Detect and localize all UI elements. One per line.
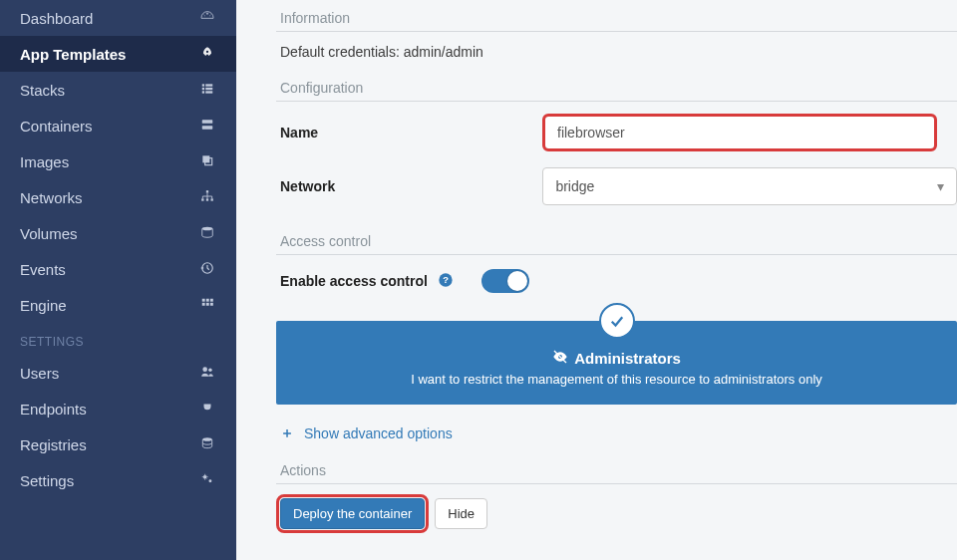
svg-point-23 — [202, 437, 211, 441]
svg-rect-0 — [202, 84, 204, 86]
svg-point-25 — [208, 479, 211, 482]
help-icon[interactable]: ? — [438, 272, 454, 291]
sidebar-item-label: App Templates — [20, 46, 126, 63]
sidebar-item-users[interactable]: Users — [0, 355, 236, 391]
sidebar-item-stacks[interactable]: Stacks — [0, 72, 236, 108]
sidebar-item-label: Stacks — [20, 82, 65, 99]
sidebar-item-settings[interactable]: Settings — [0, 462, 236, 498]
hide-button[interactable]: Hide — [435, 498, 487, 529]
clone-icon — [198, 153, 216, 170]
sidebar: Dashboard App Templates Stacks Container… — [0, 0, 236, 560]
sidebar-item-label: Users — [20, 365, 59, 382]
sitemap-icon — [198, 189, 216, 206]
advanced-options-label: Show advanced options — [304, 425, 453, 441]
svg-point-14 — [202, 226, 213, 230]
network-row: Network bridge ▾ — [276, 167, 957, 205]
sidebar-item-containers[interactable]: Containers — [0, 108, 236, 143]
grid-icon — [198, 297, 216, 314]
svg-rect-18 — [202, 302, 205, 305]
plug-icon — [198, 401, 216, 418]
svg-rect-8 — [202, 155, 209, 162]
section-access-control: Access control — [276, 223, 957, 255]
sidebar-item-images[interactable]: Images — [0, 143, 236, 179]
svg-text:?: ? — [443, 275, 449, 285]
enable-access-control-row: Enable access control ? — [276, 269, 957, 293]
cogs-icon — [198, 472, 216, 489]
section-information: Information — [276, 0, 957, 32]
show-advanced-options[interactable]: ＋ Show advanced options — [276, 424, 957, 442]
hdd-icon — [198, 225, 216, 242]
sidebar-item-label: Events — [20, 261, 66, 278]
sidebar-item-engine[interactable]: Engine — [0, 287, 236, 323]
svg-rect-16 — [206, 298, 209, 301]
sidebar-item-dashboard[interactable]: Dashboard — [0, 0, 236, 36]
default-credentials-text: Default credentials: admin/admin — [276, 44, 957, 60]
svg-rect-3 — [205, 84, 212, 86]
enable-access-control-label: Enable access control — [280, 273, 428, 289]
sidebar-item-endpoints[interactable]: Endpoints — [0, 391, 236, 426]
network-label: Network — [276, 178, 542, 194]
name-label: Name — [276, 125, 544, 140]
svg-rect-10 — [206, 190, 208, 192]
sidebar-item-label: Settings — [20, 472, 74, 489]
svg-rect-15 — [202, 298, 205, 301]
sidebar-item-label: Networks — [20, 189, 83, 206]
name-input[interactable] — [544, 116, 935, 149]
sidebar-item-registries[interactable]: Registries — [0, 426, 236, 462]
users-icon — [198, 365, 216, 382]
history-icon — [198, 261, 216, 278]
sidebar-item-label: Endpoints — [20, 401, 87, 418]
administrators-card[interactable]: Administrators I want to restrict the ma… — [276, 321, 957, 405]
main-content: Information Default credentials: admin/a… — [236, 0, 957, 560]
actions-row: Deploy the container Hide — [276, 498, 957, 529]
name-row: Name — [276, 116, 957, 149]
svg-rect-5 — [205, 91, 212, 93]
sidebar-item-label: Dashboard — [20, 10, 93, 27]
svg-rect-6 — [202, 120, 213, 124]
section-configuration: Configuration — [276, 70, 957, 102]
sidebar-item-label: Containers — [20, 118, 93, 135]
svg-point-21 — [202, 367, 207, 372]
administrators-title: Administrators — [574, 350, 681, 367]
database-icon — [198, 436, 216, 453]
deploy-button[interactable]: Deploy the container — [280, 498, 425, 529]
svg-rect-11 — [201, 198, 203, 200]
chevron-down-icon: ▾ — [937, 178, 944, 194]
eye-off-icon — [552, 349, 568, 368]
sidebar-item-label: Engine — [20, 297, 67, 314]
network-select-value: bridge — [555, 178, 594, 194]
svg-point-22 — [208, 368, 212, 372]
svg-rect-20 — [210, 302, 213, 305]
section-actions: Actions — [276, 452, 957, 484]
svg-rect-4 — [205, 87, 212, 89]
server-icon — [198, 118, 216, 135]
sidebar-item-app-templates[interactable]: App Templates — [0, 36, 236, 72]
svg-rect-2 — [202, 91, 204, 93]
svg-rect-17 — [210, 298, 213, 301]
sidebar-item-networks[interactable]: Networks — [0, 179, 236, 215]
rocket-icon — [198, 46, 216, 63]
svg-rect-7 — [202, 126, 213, 130]
sidebar-item-label: Registries — [20, 436, 87, 453]
svg-rect-13 — [211, 198, 213, 200]
dashboard-icon — [198, 9, 216, 28]
check-icon — [599, 303, 635, 339]
sidebar-item-label: Images — [20, 153, 69, 170]
svg-rect-19 — [206, 302, 209, 305]
plus-icon: ＋ — [280, 424, 294, 442]
svg-rect-12 — [206, 198, 208, 200]
sidebar-heading-settings: SETTINGS — [0, 323, 236, 355]
network-select[interactable]: bridge ▾ — [542, 167, 957, 205]
sidebar-item-label: Volumes — [20, 225, 78, 242]
sidebar-item-volumes[interactable]: Volumes — [0, 215, 236, 251]
list-icon — [198, 82, 216, 99]
sidebar-item-events[interactable]: Events — [0, 251, 236, 287]
svg-rect-1 — [202, 87, 204, 89]
administrators-subtitle: I want to restrict the management of thi… — [292, 372, 941, 387]
access-control-toggle[interactable] — [481, 269, 529, 293]
